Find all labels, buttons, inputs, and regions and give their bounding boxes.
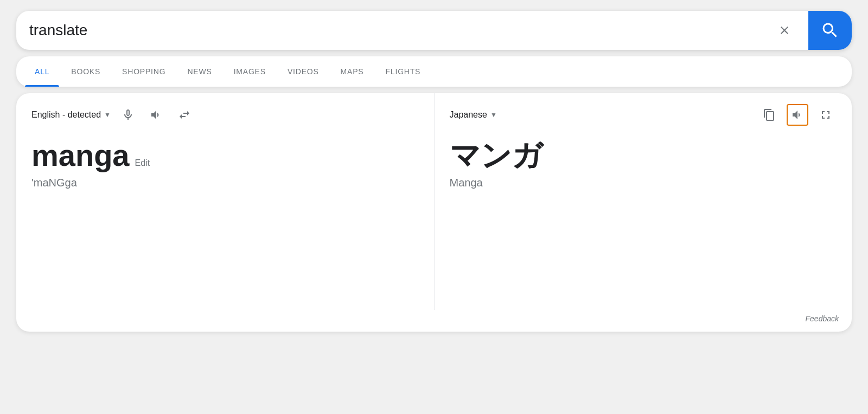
copy-icon	[763, 108, 776, 121]
source-panel-header: English - detected ▼	[31, 104, 419, 126]
source-lang-chevron: ▼	[104, 111, 111, 119]
tab-news[interactable]: NEWS	[177, 56, 221, 87]
source-word-area: mangaEdit	[31, 139, 419, 172]
search-button[interactable]	[808, 11, 852, 50]
tab-books[interactable]: BOOKS	[61, 56, 110, 87]
fullscreen-button[interactable]	[815, 104, 837, 126]
target-panel-header: Japanese ▼	[450, 104, 837, 126]
target-word: マンガ	[450, 139, 837, 172]
target-speaker-button[interactable]	[787, 104, 808, 126]
source-word: manga	[31, 138, 130, 172]
target-panel: Japanese ▼	[435, 93, 852, 310]
nav-tabs: ALL BOOKS SHOPPING NEWS IMAGES VIDEOS MA…	[16, 56, 852, 87]
close-icon	[778, 24, 791, 37]
feedback-area: Feedback	[16, 310, 852, 332]
volume-icon	[150, 108, 163, 121]
search-input[interactable]	[29, 22, 774, 39]
source-phonetic: 'maNG‌ga	[31, 177, 419, 189]
swap-icon	[178, 108, 191, 121]
source-lang-label: English - detected	[31, 110, 101, 120]
target-romanized: Manga	[450, 177, 837, 189]
fullscreen-icon	[819, 108, 832, 121]
feedback-button[interactable]: Feedback	[806, 314, 839, 323]
search-icon	[820, 21, 840, 40]
tab-flights[interactable]: FLIGHTS	[376, 56, 431, 87]
search-bar	[16, 11, 852, 50]
target-volume-icon	[791, 108, 804, 121]
target-lang-selector[interactable]: Japanese ▼	[450, 108, 497, 122]
tab-maps[interactable]: MAPS	[331, 56, 374, 87]
edit-link[interactable]: Edit	[135, 158, 150, 167]
source-lang-selector[interactable]: English - detected ▼	[31, 108, 111, 122]
tab-shopping[interactable]: SHOPPING	[112, 56, 175, 87]
main-container: ALL BOOKS SHOPPING NEWS IMAGES VIDEOS MA…	[16, 11, 852, 332]
copy-button[interactable]	[758, 104, 780, 126]
source-panel: English - detected ▼	[16, 93, 435, 310]
tab-all[interactable]: ALL	[25, 56, 59, 87]
source-speaker-button[interactable]	[145, 104, 167, 126]
source-mic-button[interactable]	[117, 104, 139, 126]
tab-videos[interactable]: VIDEOS	[278, 56, 329, 87]
translation-panels: English - detected ▼	[16, 93, 852, 310]
clear-button[interactable]	[774, 20, 795, 41]
tab-images[interactable]: IMAGES	[224, 56, 276, 87]
swap-languages-button[interactable]	[174, 104, 195, 126]
mic-icon	[122, 108, 135, 121]
target-lang-chevron: ▼	[490, 111, 497, 119]
target-lang-label: Japanese	[450, 110, 487, 120]
translation-card: English - detected ▼	[16, 93, 852, 332]
search-input-area	[16, 20, 808, 41]
